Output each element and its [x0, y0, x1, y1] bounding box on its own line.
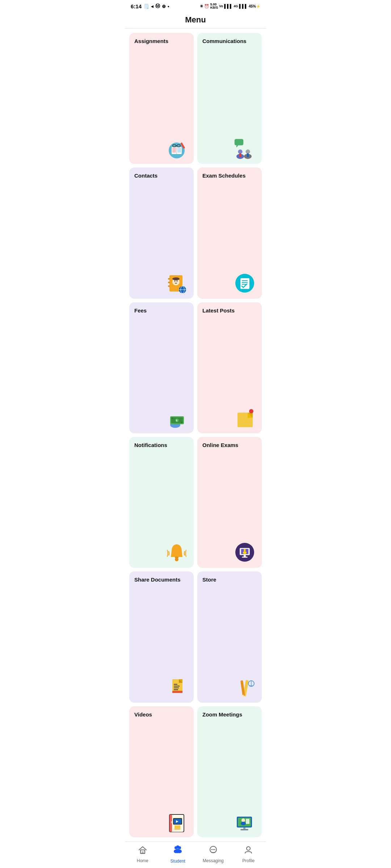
menu-card-store[interactable]: Store — [197, 571, 262, 702]
profile-icon — [244, 845, 253, 857]
student-nav-label: Student — [171, 859, 185, 864]
dot-icon: • — [168, 4, 169, 9]
svg-rect-84 — [240, 829, 248, 830]
store-icon — [202, 676, 257, 699]
bluetooth-icon: ✳ — [200, 4, 203, 9]
page-title: Menu — [185, 15, 206, 24]
fees-icon: $ — [134, 406, 189, 430]
messaging-icon — [209, 845, 218, 857]
svg-rect-53 — [242, 557, 248, 558]
volte-icon: Vo — [219, 4, 223, 8]
svg-rect-20 — [168, 285, 170, 287]
svg-point-14 — [245, 149, 250, 154]
svg-point-91 — [176, 846, 180, 849]
fees-label: Fees — [134, 307, 189, 314]
latest-posts-icon — [202, 406, 257, 430]
online-exams-label: Online Exams — [202, 442, 257, 448]
svg-rect-29 — [240, 278, 249, 289]
communications-icon — [202, 137, 257, 160]
menu-card-notifications[interactable]: Notifications — [129, 437, 194, 568]
svg-point-97 — [247, 847, 250, 850]
exam-schedules-icon — [202, 272, 257, 295]
nav-student[interactable]: Student — [167, 845, 189, 864]
communications-label: Communications — [202, 38, 257, 44]
online-exams-icon — [202, 541, 257, 564]
svg-point-80 — [241, 818, 245, 822]
svg-rect-63 — [240, 680, 245, 696]
menu-card-online-exams[interactable]: Online Exams — [197, 437, 262, 568]
svg-rect-13 — [239, 153, 241, 157]
svg-rect-40 — [181, 422, 183, 423]
nav-home[interactable]: Home — [132, 845, 154, 863]
svg-point-22 — [175, 280, 176, 281]
menu-card-zoom-meetings[interactable]: Zoom Meetings — [197, 706, 262, 837]
home-nav-label: Home — [137, 858, 148, 863]
mail-icon: Ⓜ — [155, 3, 160, 9]
svg-rect-61 — [172, 691, 182, 693]
menu-grid: Assignments Communications — [125, 29, 266, 842]
page-header: Menu — [125, 11, 266, 29]
exam-schedules-label: Exam Schedules — [202, 173, 257, 179]
facebook-icon: ⊕ — [162, 4, 166, 9]
svg-rect-16 — [247, 153, 249, 157]
svg-point-44 — [249, 409, 253, 413]
bottom-nav: Home Student Messaging — [125, 842, 266, 868]
svg-point-81 — [241, 822, 246, 825]
signal-bars: ▌▌▌ — [224, 4, 232, 8]
svg-point-94 — [211, 849, 212, 850]
profile-nav-label: Profile — [242, 858, 255, 863]
status-time: 6:14 — [131, 3, 142, 9]
messaging-nav-label: Messaging — [203, 858, 224, 863]
battery: 45%⚡ — [249, 4, 260, 8]
assignments-label: Assignments — [134, 38, 189, 44]
svg-marker-10 — [236, 145, 238, 148]
svg-rect-9 — [235, 139, 244, 146]
videos-label: Videos — [134, 711, 189, 718]
svg-text:$: $ — [176, 419, 177, 422]
zoom-meetings-icon — [202, 810, 257, 834]
menu-card-latest-posts[interactable]: Latest Posts — [197, 302, 262, 433]
menu-card-fees[interactable]: Fees $ — [129, 302, 194, 433]
zoom-meetings-label: Zoom Meetings — [202, 711, 257, 718]
svg-point-23 — [177, 280, 178, 281]
svg-point-92 — [175, 849, 180, 853]
nav-messaging[interactable]: Messaging — [202, 845, 224, 863]
share-documents-icon — [134, 676, 189, 699]
svg-rect-19 — [168, 282, 170, 283]
svg-point-11 — [238, 149, 242, 154]
share-documents-label: Share Documents — [134, 576, 189, 583]
svg-rect-18 — [168, 278, 170, 280]
svg-point-24 — [172, 277, 180, 280]
4g-icon: 4G — [234, 4, 238, 8]
svg-point-50 — [244, 549, 246, 551]
home-icon — [138, 845, 147, 857]
svg-point-51 — [243, 551, 247, 554]
svg-rect-3 — [172, 148, 176, 153]
menu-card-contacts[interactable]: Contacts — [129, 167, 194, 298]
notifications-label: Notifications — [134, 442, 189, 448]
menu-card-videos[interactable]: Videos E — [129, 706, 194, 837]
assignments-icon — [134, 137, 189, 160]
svg-point-46 — [175, 558, 178, 561]
menu-card-assignments[interactable]: Assignments — [129, 33, 194, 164]
network-speed: 5.00KB/S — [210, 3, 218, 9]
store-label: Store — [202, 576, 257, 583]
svg-rect-82 — [246, 819, 249, 824]
nav-profile[interactable]: Profile — [237, 845, 259, 863]
svg-point-96 — [214, 849, 215, 850]
svg-rect-39 — [171, 417, 173, 419]
location-icon: ◂ — [151, 4, 154, 9]
contacts-icon — [134, 272, 189, 295]
videos-icon: E — [134, 810, 189, 834]
status-bar: 6:14 🗒️ ◂ Ⓜ ⊕ • ✳ ⏰ 5.00KB/S Vo ▌▌▌ 4G ▌… — [125, 0, 266, 11]
alarm-icon: ⏰ — [204, 4, 209, 9]
notification-icon: 🗒️ — [143, 4, 149, 9]
menu-card-communications[interactable]: Communications — [197, 33, 262, 164]
latest-posts-label: Latest Posts — [202, 307, 257, 314]
notifications-icon — [134, 541, 189, 564]
menu-card-share-documents[interactable]: Share Documents — [129, 571, 194, 702]
svg-point-95 — [213, 849, 214, 850]
menu-card-exam-schedules[interactable]: Exam Schedules — [197, 167, 262, 298]
svg-rect-4 — [177, 148, 181, 153]
svg-rect-86 — [142, 851, 144, 854]
